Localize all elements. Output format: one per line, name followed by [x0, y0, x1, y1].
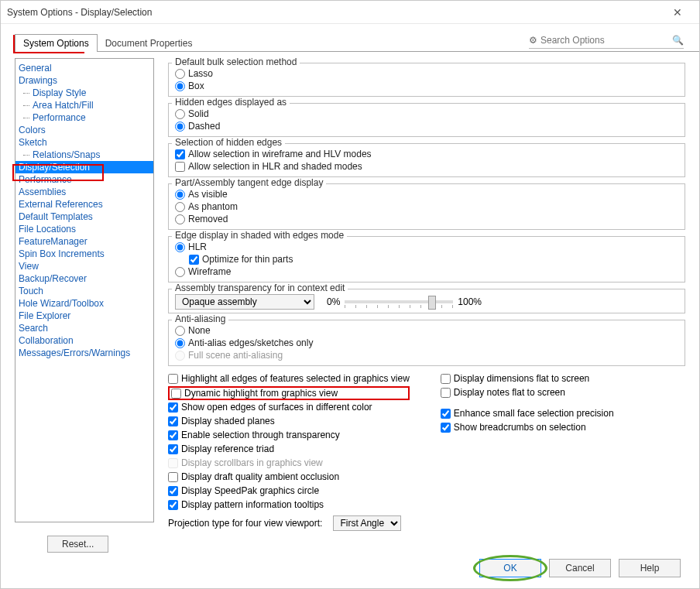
radio-hlr[interactable]: [175, 242, 185, 252]
radio-solid[interactable]: [175, 109, 185, 119]
tree-item-drawings[interactable]: Drawings: [15, 74, 153, 87]
label-allow-wireframe: Allow selection in wireframe and HLV mod…: [188, 149, 372, 159]
radio-box[interactable]: [175, 81, 185, 91]
tree-item-display-selection[interactable]: Display/Selection: [15, 161, 153, 173]
projection-label: Projection type for four view viewport:: [168, 518, 322, 529]
tree-item-external-references[interactable]: External References: [15, 198, 153, 211]
label-small-face: Enhance small face selection precision: [454, 407, 614, 420]
gear-icon: ⚙: [529, 35, 537, 46]
tree-item-backup-recover[interactable]: Backup/Recover: [15, 272, 153, 285]
check-highlight-all[interactable]: [168, 374, 178, 384]
label-breadcrumbs: Show breadcrumbs on selection: [454, 421, 586, 434]
label-lasso: Lasso: [188, 68, 213, 79]
tree-item-performance[interactable]: Performance: [15, 173, 153, 186]
label-open-edges: Show open edges of surfaces in different…: [181, 401, 372, 414]
slider-thumb[interactable]: [428, 296, 436, 310]
check-selection-transparency[interactable]: [168, 430, 178, 440]
left-check-column: Highlight all edges of features selected…: [168, 372, 410, 531]
label-aa-none: None: [188, 325, 211, 336]
group-title: Edge display in shaded with edges mode: [172, 230, 347, 241]
radio-as-phantom[interactable]: [175, 202, 185, 212]
check-notes-flat[interactable]: [441, 388, 451, 398]
tree-item-touch[interactable]: Touch: [15, 285, 153, 297]
label-draft-ao: Display draft quality ambient occlusion: [181, 471, 339, 484]
check-shaded-planes[interactable]: [168, 416, 178, 426]
tree-item-file-locations[interactable]: File Locations: [15, 223, 153, 235]
right-check-column: Display dimensions flat to screen Displa…: [441, 372, 614, 531]
label-selection-transparency: Enable selection through transparency: [181, 429, 340, 442]
close-icon[interactable]: ✕: [662, 6, 693, 19]
label-as-visible: As visible: [188, 189, 228, 200]
tree-item-display-style[interactable]: Display Style: [15, 87, 153, 99]
tree-item-file-explorer[interactable]: File Explorer: [15, 310, 153, 322]
select-projection[interactable]: First Angle: [333, 515, 401, 531]
radio-as-visible[interactable]: [175, 190, 185, 200]
check-allow-wireframe[interactable]: [175, 149, 185, 159]
check-allow-hlr[interactable]: [175, 162, 185, 172]
label-notes-flat: Display notes flat to screen: [454, 386, 565, 399]
check-breadcrumbs[interactable]: [441, 423, 451, 433]
tree-item-collaboration[interactable]: Collaboration: [15, 334, 153, 347]
check-pattern-tooltips[interactable]: [168, 500, 178, 510]
label-dynamic-highlight: Dynamic highlight from graphics view: [184, 388, 338, 399]
ok-button[interactable]: OK: [479, 559, 541, 577]
group-assembly-transparency: Assembly transparency for in context edi…: [168, 289, 685, 313]
group-tangent-edge: Part/Assembly tangent edge display As vi…: [168, 183, 685, 230]
group-title: Default bulk selection method: [172, 58, 300, 67]
category-tree[interactable]: GeneralDrawingsDisplay StyleArea Hatch/F…: [15, 58, 154, 522]
group-anti-aliasing: Anti-aliasing None Anti-alias edges/sket…: [168, 320, 685, 366]
check-reference-triad[interactable]: [168, 444, 178, 454]
select-opaque-assembly[interactable]: Opaque assembly: [175, 294, 314, 310]
search-options[interactable]: ⚙ 🔍: [529, 32, 684, 49]
tree-item-relations-snaps[interactable]: Relations/Snaps: [15, 149, 153, 161]
cancel-button[interactable]: Cancel: [549, 559, 611, 577]
label-pattern-tooltips: Display pattern information tooltips: [181, 498, 324, 512]
radio-aa-none[interactable]: [175, 326, 185, 336]
check-open-edges[interactable]: [168, 402, 178, 413]
tree-item-default-templates[interactable]: Default Templates: [15, 211, 153, 223]
radio-wireframe[interactable]: [175, 267, 185, 277]
slider-min: 0%: [327, 296, 340, 307]
label-removed: Removed: [188, 214, 228, 224]
tree-item-search[interactable]: Search: [15, 322, 153, 334]
search-icon: 🔍: [672, 35, 684, 46]
tab-document-properties[interactable]: Document Properties: [97, 34, 201, 52]
highlight-dynamic: Dynamic highlight from graphics view: [168, 386, 410, 400]
label-scrollbars: Display scrollbars in graphics view: [181, 457, 323, 470]
titlebar: System Options - Display/Selection ✕: [1, 1, 699, 24]
tree-item-sketch[interactable]: Sketch: [15, 136, 153, 149]
tree-item-general[interactable]: General: [15, 62, 153, 74]
check-scrollbars: [168, 458, 178, 468]
reset-row: Reset...: [47, 536, 699, 553]
group-title: Hidden edges displayed as: [172, 97, 290, 108]
radio-dashed[interactable]: [175, 122, 185, 132]
label-optimize-thin: Optimize for thin parts: [202, 254, 293, 265]
check-speedpak[interactable]: [168, 486, 178, 496]
tree-item-performance[interactable]: Performance: [15, 111, 153, 124]
tab-system-options[interactable]: System Options: [15, 34, 98, 52]
radio-removed[interactable]: [175, 214, 185, 224]
transparency-slider[interactable]: [345, 300, 453, 303]
radio-aa-edges[interactable]: [175, 338, 185, 348]
tree-item-colors[interactable]: Colors: [15, 124, 153, 136]
check-dims-flat[interactable]: [441, 374, 451, 384]
tree-item-featuremanager[interactable]: FeatureManager: [15, 235, 153, 248]
label-box: Box: [188, 80, 204, 91]
group-title: Selection of hidden edges: [172, 137, 285, 148]
tree-item-assemblies[interactable]: Assemblies: [15, 186, 153, 198]
help-button[interactable]: Help: [619, 559, 681, 577]
radio-lasso[interactable]: [175, 69, 185, 79]
reset-button[interactable]: Reset...: [47, 536, 108, 553]
search-input[interactable]: [540, 35, 672, 46]
tree-item-hole-wizard-toolbox[interactable]: Hole Wizard/Toolbox: [15, 297, 153, 310]
tree-item-messages-errors-warnings[interactable]: Messages/Errors/Warnings: [15, 347, 153, 359]
tree-item-area-hatch-fill[interactable]: Area Hatch/Fill: [15, 99, 153, 111]
check-small-face[interactable]: [441, 409, 451, 419]
tree-item-spin-box-increments[interactable]: Spin Box Increments: [15, 248, 153, 260]
check-optimize-thin[interactable]: [189, 255, 199, 265]
check-dynamic-highlight[interactable]: [171, 389, 181, 399]
group-title: Part/Assembly tangent edge display: [172, 177, 326, 188]
radio-aa-full: [175, 351, 185, 361]
check-draft-ao[interactable]: [168, 472, 178, 482]
tree-item-view[interactable]: View: [15, 260, 153, 272]
